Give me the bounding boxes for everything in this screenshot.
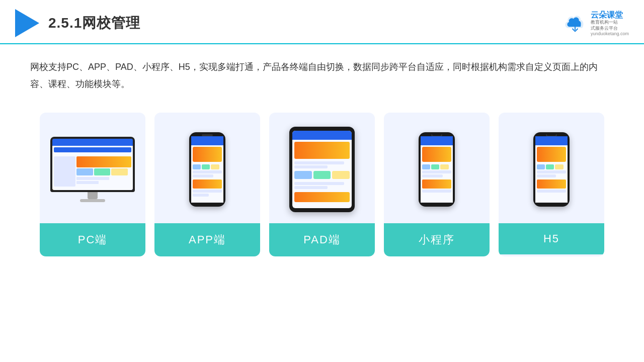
app-grid-1 — [193, 164, 201, 169]
mini-phone-screen — [421, 136, 453, 203]
mini-phone-banner — [422, 147, 451, 162]
h5-phone-mockup — [533, 132, 570, 207]
card-app-label: APP端 — [154, 223, 260, 256]
h5-phone-wrapper — [533, 132, 570, 207]
pad-row-3 — [294, 182, 344, 185]
mini-mini-banner — [422, 179, 451, 189]
card-pad-image — [269, 113, 375, 223]
h5-mini-banner — [537, 179, 566, 189]
brand-logo: 云朵课堂 教育机构一站式服务云平台 yunduoketang.com — [562, 10, 629, 37]
card-h5: H5 — [499, 113, 604, 256]
app-phone-header — [191, 136, 223, 145]
monitor-screen-inner — [52, 146, 133, 190]
pad-tablet-screen — [292, 131, 352, 208]
app-row-1 — [193, 170, 222, 173]
brand-domain: yunduoketang.com — [591, 31, 629, 36]
app-row-2 — [193, 174, 213, 177]
mini-phone-wrapper — [419, 132, 455, 207]
card-mini-image — [384, 113, 490, 223]
brand-text: 云朵课堂 教育机构一站式服务云平台 yunduoketang.com — [591, 10, 629, 37]
brand-tagline: 教育机构一站式服务云平台 — [591, 20, 618, 31]
mini-row-2 — [422, 174, 443, 177]
h5-phone-header — [535, 136, 568, 145]
pad-cell-2 — [313, 171, 331, 179]
cloud-icon — [562, 14, 588, 32]
h5-phone-banner — [537, 147, 566, 162]
brand-name: 云朵课堂 — [591, 10, 623, 20]
card-pc: PC端 — [40, 113, 145, 256]
pad-row-2 — [294, 165, 328, 168]
pad-grid — [294, 171, 350, 179]
monitor-stand — [88, 192, 98, 199]
app-row-4 — [193, 194, 209, 197]
monitor-base — [80, 199, 105, 202]
app-phone-screen — [191, 136, 223, 203]
app-phone-banner — [193, 147, 222, 162]
card-h5-label: H5 — [499, 223, 604, 254]
description-text: 网校支持PC、APP、PAD、小程序、H5，实现多端打通，产品各终端自由切换，数… — [0, 44, 644, 98]
mini-row-1 — [422, 170, 451, 173]
logo-triangle-icon — [15, 9, 39, 37]
pc-mockup — [50, 137, 135, 202]
mini-grid-1 — [422, 164, 430, 169]
card-mini: 小程序 — [384, 113, 490, 256]
mini-phone-mockup — [419, 132, 455, 207]
pad-row-4 — [294, 186, 328, 189]
mini-grid-2 — [431, 164, 439, 169]
h5-phone-body — [535, 145, 568, 194]
card-pc-image — [40, 113, 145, 223]
app-grid-3 — [211, 164, 219, 169]
h5-phone-screen — [535, 136, 568, 203]
app-phone-body — [191, 145, 223, 198]
header-left: 2.5.1网校管理 — [15, 9, 140, 37]
h5-grid-1 — [537, 164, 545, 169]
pad-row-1 — [294, 161, 344, 164]
h5-row-1 — [537, 170, 566, 173]
pad-tablet-banner — [294, 142, 350, 159]
pad-tablet-body — [292, 140, 352, 204]
description-content: 网校支持PC、APP、PAD、小程序、H5，实现多端打通，产品各终端自由切换，数… — [30, 62, 598, 89]
card-app-image — [154, 113, 260, 223]
header: 2.5.1网校管理 云朵课堂 教育机构一站式服务云平台 yunduoketang… — [0, 0, 644, 44]
h5-grid-3 — [555, 164, 563, 169]
h5-grid-2 — [546, 164, 554, 169]
h5-row-2 — [537, 174, 556, 177]
pad-cell-3 — [332, 171, 350, 179]
monitor-screen-border — [50, 137, 135, 192]
card-app: APP端 — [154, 113, 260, 256]
app-row-3 — [193, 190, 222, 193]
mini-phone-body — [421, 145, 453, 194]
app-phone-grid — [193, 164, 222, 169]
pad-tablet-header — [292, 131, 352, 140]
card-pad-label: PAD端 — [269, 223, 375, 256]
pad-tablet-mockup — [289, 127, 355, 212]
mini-row-3 — [422, 190, 451, 193]
h5-phone-grid — [537, 164, 566, 169]
cards-container: PC端 — [0, 98, 644, 272]
pad-cell-1 — [294, 171, 312, 179]
h5-row-3 — [537, 190, 566, 193]
h5-phone-notch — [547, 133, 556, 136]
mini-phone-grid — [422, 164, 451, 169]
card-pc-label: PC端 — [40, 223, 145, 256]
app-mini-banner — [193, 179, 222, 189]
page-title: 2.5.1网校管理 — [48, 14, 140, 33]
card-h5-image — [499, 113, 604, 223]
mini-phone-header — [421, 136, 453, 145]
app-grid-2 — [202, 164, 210, 169]
mini-grid-3 — [440, 164, 448, 169]
monitor-screen — [52, 139, 133, 190]
mini-phone-notch — [432, 133, 441, 136]
header-right: 云朵课堂 教育机构一站式服务云平台 yunduoketang.com — [562, 10, 629, 37]
card-mini-label: 小程序 — [384, 223, 490, 256]
app-phone-mockup — [189, 132, 225, 207]
card-pad: PAD端 — [269, 113, 375, 256]
pad-mini-banner — [294, 192, 350, 202]
